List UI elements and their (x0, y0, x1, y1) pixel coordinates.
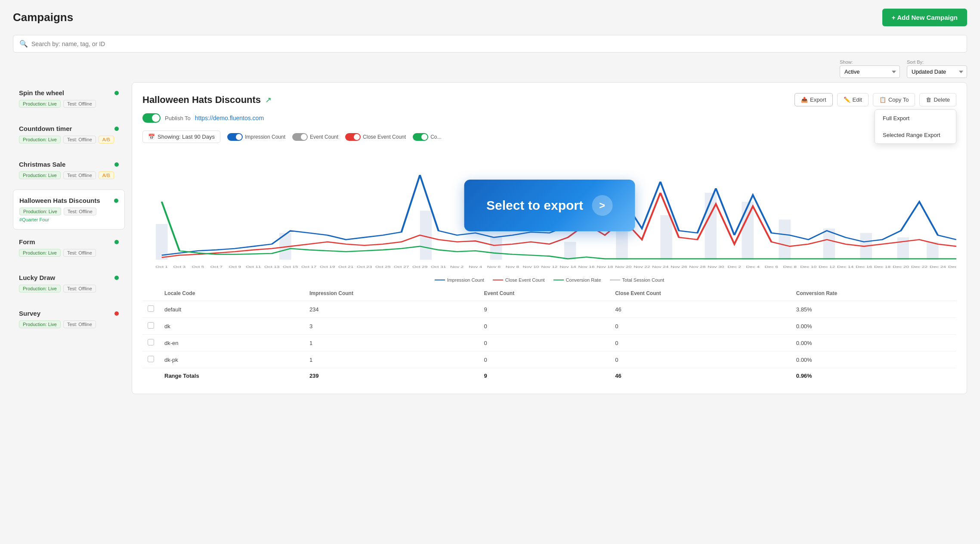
selected-range-export-option[interactable]: Selected Range Export (875, 127, 956, 143)
show-filter-group: Show: Active Inactive All (840, 59, 900, 78)
td-close-2: 0 (610, 335, 791, 351)
date-range-button[interactable]: 📅 Showing: Last 90 Days (142, 131, 220, 143)
sidebar-item-title-christmas: Christmas Sale (19, 161, 119, 168)
svg-text:Oct 23: Oct 23 (357, 265, 372, 268)
svg-text:Nov 4: Nov 4 (469, 265, 482, 268)
tag-production-live-5: Production: Live (19, 249, 61, 257)
svg-text:Oct 15: Oct 15 (283, 265, 298, 268)
tag-production-live-6: Production: Live (19, 285, 61, 292)
svg-text:Nov 16: Nov 16 (578, 265, 595, 268)
tag-test-offline-6: Test: Offline (63, 285, 96, 292)
sidebar-item-countdown-timer[interactable]: Countdown timer Production: Live Test: O… (13, 118, 125, 152)
campaign-title-row: Halloween Hats Discounts ↗ (142, 94, 272, 106)
tags-countdown: Production: Live Test: Offline A/B (19, 136, 119, 143)
svg-rect-13 (927, 242, 939, 260)
calendar-icon: 📅 (148, 134, 155, 140)
export-icon: 📤 (801, 96, 808, 103)
tag-test-offline: Test: Offline (63, 100, 96, 108)
page-title: Campaigns (13, 11, 73, 24)
chart-area: Oct 1 Oct 3 Oct 5 Oct 7 Oct 9 Oct 11 Oct… (142, 148, 956, 273)
filters-bar: Show: Active Inactive All Sort By: Updat… (0, 59, 980, 82)
svg-text:Nov 28: Nov 28 (689, 265, 706, 268)
publish-toggle[interactable] (142, 113, 161, 123)
table-row: dk-pk 1 0 0 0.00% (142, 351, 956, 368)
svg-text:Nov 2: Nov 2 (450, 265, 464, 268)
svg-text:Oct 27: Oct 27 (394, 265, 409, 268)
toggle-close-knob (354, 134, 360, 140)
legend-line-red (493, 280, 503, 280)
chart-legend-close-event: Close Event Count (493, 277, 545, 283)
svg-text:Dec 20: Dec 20 (893, 265, 909, 268)
tags-survey: Production: Live Test: Offline (19, 320, 119, 328)
toggle-knob (152, 114, 160, 122)
td-close-0: 46 (610, 301, 791, 318)
tag-production-live: Production: Live (19, 100, 61, 108)
campaign-header: Halloween Hats Discounts ↗ 📤 Export Full… (142, 93, 956, 106)
select-export-overlay: Select to export > (464, 180, 635, 231)
export-dropdown: Full Export Selected Range Export (875, 109, 956, 144)
tag-ab-2: A/B (99, 136, 114, 143)
publish-row: Publish To https://demo.fluentos.com (142, 113, 956, 123)
show-filter-label: Show: (840, 59, 900, 65)
tag-production-live-3: Production: Live (19, 171, 61, 179)
svg-text:Nov 14: Nov 14 (560, 265, 576, 268)
sidebar-item-title-halloween: Halloween Hats Discounts (19, 197, 118, 204)
th-locale: Locale Code (159, 286, 304, 301)
sort-filter-group: Sort By: Updated Date Created Date Name (907, 59, 967, 78)
legend-impression-count: Impression Count (227, 133, 285, 141)
tag-test-offline-5: Test: Offline (63, 249, 96, 257)
svg-text:Nov 26: Nov 26 (671, 265, 687, 268)
toggle-close-event[interactable] (345, 133, 361, 141)
sidebar-item-lucky-draw[interactable]: Lucky Draw Production: Live Test: Offlin… (13, 267, 125, 301)
status-dot-survey (114, 311, 119, 316)
delete-button[interactable]: 🗑 Delete (919, 93, 956, 106)
sidebar-item-title-survey: Survey (19, 310, 119, 317)
row-checkbox-1[interactable] (148, 322, 154, 329)
row-checkbox-0[interactable] (148, 305, 154, 312)
toggle-event[interactable] (292, 133, 308, 141)
td-totals-close: 46 (610, 368, 791, 384)
td-conversion-2: 0.00% (791, 335, 956, 351)
sidebar-item-title-lucky: Lucky Draw (19, 274, 119, 281)
svg-text:Dec 4: Dec 4 (746, 265, 760, 268)
show-filter-select[interactable]: Active Inactive All (840, 65, 900, 78)
svg-text:Oct 3: Oct 3 (173, 265, 186, 268)
sidebar-item-spin-the-wheel[interactable]: Spin the wheel Production: Live Test: Of… (13, 82, 125, 116)
td-event-3: 0 (479, 351, 610, 368)
edit-button[interactable]: ✏️ Edit (837, 93, 869, 106)
main-layout: Spin the wheel Production: Live Test: Of… (0, 82, 980, 394)
chart-legend-conversion: Conversion Rate (553, 277, 601, 283)
row-checkbox-2[interactable] (148, 339, 154, 345)
sidebar-item-halloween[interactable]: Halloween Hats Discounts Production: Liv… (13, 190, 125, 230)
svg-text:Oct 13: Oct 13 (264, 265, 280, 268)
svg-text:Dec 6: Dec 6 (765, 265, 779, 268)
chart-legend-session: Total Session Count (610, 277, 665, 283)
select-export-banner[interactable]: Select to export > (464, 180, 635, 231)
sidebar-item-form[interactable]: Form Production: Live Test: Offline (13, 231, 125, 265)
row-checkbox-3[interactable] (148, 356, 154, 362)
copy-to-button[interactable]: 📋 Copy To (873, 93, 915, 106)
svg-text:Oct 9: Oct 9 (229, 265, 241, 268)
sidebar-item-christmas-sale[interactable]: Christmas Sale Production: Live Test: Of… (13, 154, 125, 188)
svg-text:Nov 10: Nov 10 (522, 265, 539, 268)
trend-icon: ↗ (265, 95, 272, 105)
search-input[interactable] (31, 40, 961, 47)
svg-text:Dec 24: Dec 24 (930, 265, 946, 268)
publish-url[interactable]: https://demo.fluentos.com (195, 115, 264, 121)
toggle-impression[interactable] (227, 133, 243, 141)
svg-text:Nov 12: Nov 12 (541, 265, 558, 268)
sort-filter-select[interactable]: Updated Date Created Date Name (907, 65, 967, 78)
toggle-co[interactable] (413, 133, 428, 141)
tag-test-offline-4: Test: Offline (64, 208, 96, 215)
th-checkbox (142, 286, 159, 301)
sidebar-item-survey[interactable]: Survey Production: Live Test: Offline (13, 303, 125, 337)
toggle-impression-knob (236, 134, 242, 140)
export-button[interactable]: 📤 Export (795, 93, 833, 106)
full-export-option[interactable]: Full Export (875, 110, 956, 127)
status-dot-lucky (114, 276, 119, 280)
add-campaign-button[interactable]: + Add New Campaign (882, 9, 967, 26)
search-bar: 🔍 (0, 35, 980, 59)
tags-halloween: Production: Live Test: Offline (19, 208, 118, 215)
svg-text:Nov 8: Nov 8 (506, 265, 519, 268)
td-impression-2: 1 (304, 335, 479, 351)
